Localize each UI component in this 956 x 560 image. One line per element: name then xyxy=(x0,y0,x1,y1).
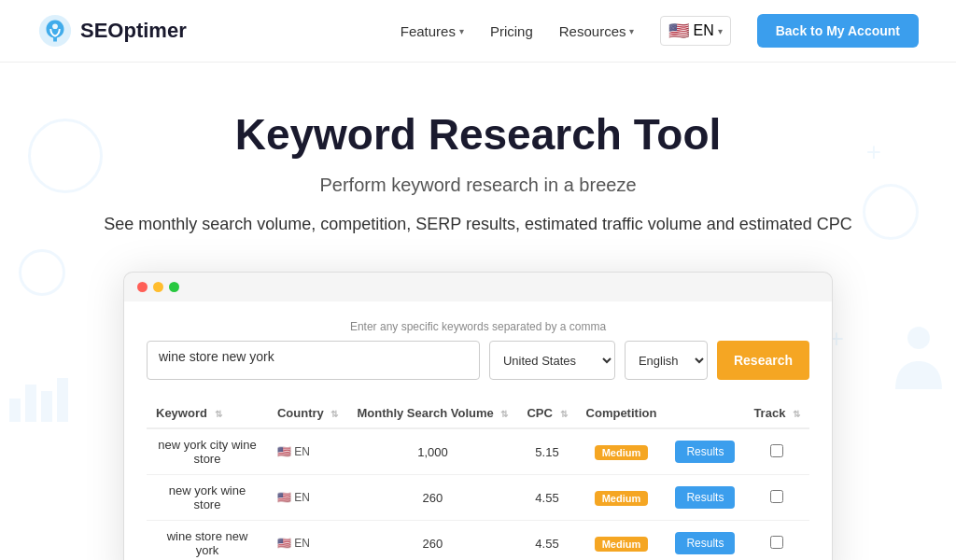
cell-cpc: 4.55 xyxy=(517,521,576,561)
col-competition: Competition xyxy=(577,399,667,428)
country-flag: 🇺🇸 EN xyxy=(277,537,310,550)
deco-person xyxy=(891,324,947,399)
tool-input-row: United States United Kingdom Canada Engl… xyxy=(147,341,809,380)
col-cpc: CPC ⇅ xyxy=(517,399,576,428)
language-select[interactable]: English Spanish French xyxy=(625,341,708,380)
track-checkbox[interactable] xyxy=(770,490,783,503)
competition-badge: Medium xyxy=(595,491,649,506)
logo-text: SEOptimer xyxy=(80,19,187,43)
cell-results-btn[interactable]: Results xyxy=(666,521,744,561)
back-to-account-button[interactable]: Back to My Account xyxy=(757,14,919,48)
hero-section: + + Keyword Research Tool Perform keywor… xyxy=(0,63,956,560)
cell-results-btn[interactable]: Results xyxy=(666,475,744,521)
page-title: Keyword Research Tool xyxy=(37,109,919,160)
cell-country: 🇺🇸 EN xyxy=(268,521,347,561)
cell-results-btn[interactable]: Results xyxy=(666,428,744,475)
sort-icon-keyword[interactable]: ⇅ xyxy=(215,409,222,419)
cell-competition: Medium xyxy=(577,521,667,561)
col-keyword: Keyword ⇅ xyxy=(147,399,268,428)
cell-keyword: new york city wine store xyxy=(147,428,268,475)
svg-point-1 xyxy=(52,23,58,29)
logo-link[interactable]: SEOptimer xyxy=(37,13,187,49)
cell-track[interactable] xyxy=(744,521,809,561)
competition-badge: Medium xyxy=(595,445,649,460)
browser-mockup: Enter any specific keywords separated by… xyxy=(123,272,833,560)
svg-rect-6 xyxy=(57,378,68,422)
cell-volume: 260 xyxy=(347,521,517,561)
nav-pricing[interactable]: Pricing xyxy=(490,23,533,39)
sort-icon-cpc[interactable]: ⇅ xyxy=(560,409,568,419)
dot-yellow xyxy=(153,282,163,292)
navbar: SEOptimer Features ▾ Pricing Resources ▾… xyxy=(0,0,956,63)
hero-subtitle: Perform keyword research in a breeze xyxy=(37,175,919,196)
table-row: wine store new york 🇺🇸 EN 260 4.55 Mediu… xyxy=(147,521,809,561)
logo-icon xyxy=(37,13,73,49)
table-body: new york city wine store 🇺🇸 EN 1,000 5.1… xyxy=(147,428,809,560)
deco-graph xyxy=(5,371,70,427)
cell-keyword: wine store new york xyxy=(147,521,268,561)
svg-rect-3 xyxy=(9,399,21,422)
results-button[interactable]: Results xyxy=(675,441,735,463)
sort-icon-country[interactable]: ⇅ xyxy=(330,409,338,419)
browser-body: Enter any specific keywords separated by… xyxy=(123,301,833,560)
table-row: new york city wine store 🇺🇸 EN 1,000 5.1… xyxy=(147,428,809,475)
svg-rect-5 xyxy=(41,391,52,422)
sort-icon-volume[interactable]: ⇅ xyxy=(500,409,508,419)
svg-point-2 xyxy=(907,327,930,349)
flag-icon: 🇺🇸 xyxy=(668,21,689,41)
competition-badge: Medium xyxy=(595,537,649,552)
nav-features[interactable]: Features ▾ xyxy=(401,23,464,39)
keyword-input[interactable] xyxy=(147,341,480,380)
cell-country: 🇺🇸 EN xyxy=(268,475,347,521)
table-header: Keyword ⇅ Country ⇅ Monthly Search Volum… xyxy=(147,399,809,428)
cell-track[interactable] xyxy=(744,428,809,475)
track-checkbox[interactable] xyxy=(770,444,783,457)
col-country: Country ⇅ xyxy=(268,399,347,428)
cell-cpc: 4.55 xyxy=(517,475,576,521)
language-selector[interactable]: 🇺🇸 EN ▾ xyxy=(660,16,730,46)
table-row: new york wine store 🇺🇸 EN 260 4.55 Mediu… xyxy=(147,475,809,521)
country-flag: 🇺🇸 EN xyxy=(277,445,310,458)
results-table: Keyword ⇅ Country ⇅ Monthly Search Volum… xyxy=(147,399,809,560)
country-select[interactable]: United States United Kingdom Canada xyxy=(489,341,615,380)
nav-links: Features ▾ Pricing Resources ▾ 🇺🇸 EN ▾ B… xyxy=(401,14,919,48)
col-results xyxy=(666,399,744,428)
dot-red xyxy=(137,282,148,292)
lang-code: EN xyxy=(693,22,713,39)
col-volume: Monthly Search Volume ⇅ xyxy=(347,399,517,428)
results-button[interactable]: Results xyxy=(675,532,735,554)
cell-volume: 260 xyxy=(347,475,517,521)
tool-label: Enter any specific keywords separated by… xyxy=(147,320,809,333)
cell-competition: Medium xyxy=(577,428,667,475)
cell-keyword: new york wine store xyxy=(147,475,268,521)
cell-track[interactable] xyxy=(744,475,809,521)
dot-green xyxy=(169,282,179,292)
resources-caret: ▾ xyxy=(629,26,634,36)
research-button[interactable]: Research xyxy=(717,341,809,380)
col-track: Track ⇅ xyxy=(744,399,809,428)
svg-rect-4 xyxy=(25,385,36,422)
cell-volume: 1,000 xyxy=(347,428,517,475)
nav-resources[interactable]: Resources ▾ xyxy=(559,23,635,39)
cell-cpc: 5.15 xyxy=(517,428,576,475)
browser-chrome xyxy=(123,272,833,301)
country-flag: 🇺🇸 EN xyxy=(277,491,310,504)
results-button[interactable]: Results xyxy=(675,486,735,509)
track-checkbox[interactable] xyxy=(770,536,783,549)
lang-caret: ▾ xyxy=(718,26,723,36)
features-caret: ▾ xyxy=(459,26,464,36)
sort-icon-track[interactable]: ⇅ xyxy=(793,409,800,419)
cell-competition: Medium xyxy=(577,475,667,521)
cell-country: 🇺🇸 EN xyxy=(268,428,347,475)
hero-description: See monthly search volume, competition, … xyxy=(95,215,861,234)
